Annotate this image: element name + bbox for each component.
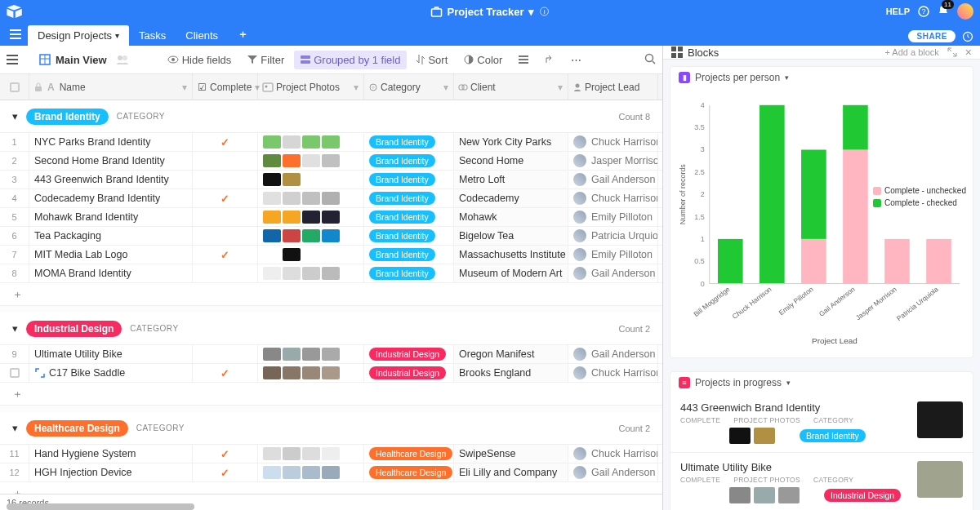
cell-complete[interactable]: ✓	[193, 133, 258, 151]
table-row[interactable]: 11 Hand Hygiene System ✓ Healthcare Desi…	[0, 445, 662, 463]
cell-client[interactable]: Metro Loft	[454, 171, 568, 188]
cell-lead[interactable]: Emily Pilloton	[568, 246, 658, 264]
collapse-icon[interactable]: ▾	[12, 110, 18, 122]
photo-thumb[interactable]	[263, 154, 281, 167]
column-client[interactable]: Client▾	[454, 74, 568, 100]
collapse-icon[interactable]: ▾	[12, 422, 18, 434]
cell-lead[interactable]: Gail Anderson	[568, 463, 658, 481]
row-number[interactable]	[0, 364, 29, 382]
photo-thumb[interactable]	[302, 348, 320, 361]
tab-tasks[interactable]: Tasks	[129, 25, 176, 46]
view-name[interactable]: Main View	[39, 54, 107, 66]
row-number[interactable]: 8	[0, 264, 29, 282]
cell-name[interactable]: Codecademy Brand Identity	[29, 189, 193, 207]
row-checkbox[interactable]	[10, 368, 20, 378]
notifications-button[interactable]: 11	[938, 5, 949, 18]
chart-block-title[interactable]: Projects per person	[695, 72, 780, 83]
row-number[interactable]: 11	[0, 445, 29, 463]
collaborators-icon[interactable]	[115, 54, 130, 65]
cell-photos[interactable]	[258, 133, 364, 151]
add-row-button[interactable]: ＋	[0, 482, 662, 494]
cell-client[interactable]: Oregon Manifest	[454, 345, 568, 363]
cell-photos[interactable]	[258, 208, 364, 226]
select-all-checkbox[interactable]	[10, 82, 20, 92]
group-button[interactable]: Grouped by 1 field	[294, 51, 407, 69]
cell-complete[interactable]	[193, 264, 258, 282]
cell-category[interactable]: Brand Identity	[364, 264, 454, 282]
cell-lead[interactable]: Jasper Morrison	[568, 152, 658, 170]
cell-complete[interactable]: ✓	[193, 364, 258, 382]
photo-thumb[interactable]	[263, 348, 281, 361]
cell-complete[interactable]	[193, 227, 258, 245]
cell-photos[interactable]	[258, 152, 364, 170]
row-number[interactable]: 9	[0, 345, 29, 363]
row-number[interactable]: 4	[0, 189, 29, 207]
photo-thumb[interactable]	[283, 447, 301, 460]
add-row-button[interactable]: ＋	[0, 283, 662, 306]
photo-thumb[interactable]	[263, 211, 281, 224]
photo-thumb[interactable]	[263, 366, 281, 379]
cell-lead[interactable]: Gail Anderson	[568, 345, 658, 363]
cell-client[interactable]: New York City Parks	[454, 133, 568, 151]
photo-thumb[interactable]	[263, 173, 281, 186]
table-row[interactable]: 3 443 Greenwich Brand Identity Brand Ide…	[0, 171, 662, 189]
table-row[interactable]: 5 Mohawk Brand Identity Brand Identity M…	[0, 208, 662, 227]
row-height-button[interactable]	[512, 51, 535, 68]
photo-thumb[interactable]	[283, 248, 301, 261]
photo-thumb[interactable]	[302, 192, 320, 205]
cell-complete[interactable]	[193, 152, 258, 170]
photo-thumb[interactable]	[302, 466, 320, 479]
cell-lead[interactable]: Patricia Urquiola	[568, 227, 658, 245]
cell-name[interactable]: Hand Hygiene System	[29, 445, 193, 463]
photo-thumb[interactable]	[283, 229, 301, 242]
progress-block-title[interactable]: Projects in progress	[695, 377, 782, 388]
photo-thumb[interactable]	[322, 348, 340, 361]
row-number[interactable]: 2	[0, 152, 29, 170]
cell-lead[interactable]: Emily Pilloton	[568, 208, 658, 226]
help-link[interactable]: HELP	[886, 7, 910, 16]
cell-name[interactable]: C17 Bike Saddle	[29, 364, 193, 382]
cell-category[interactable]: Industrial Design	[364, 345, 454, 363]
color-button[interactable]: Color	[457, 51, 509, 69]
column-lead[interactable]: Project Lead	[568, 74, 658, 100]
photo-thumb[interactable]	[322, 192, 340, 205]
share-button[interactable]: SHARE	[908, 30, 956, 42]
cell-photos[interactable]	[258, 189, 364, 207]
cell-client[interactable]: Brooks England	[454, 364, 568, 382]
photo-thumb[interactable]	[263, 229, 281, 242]
cell-photos[interactable]	[258, 227, 364, 245]
cell-category[interactable]: Industrial Design	[364, 364, 454, 382]
rows-container[interactable]: ▾Brand IdentityCATEGORYCount 8 1 NYC Par…	[0, 100, 662, 494]
table-row[interactable]: 6 Tea Packaging Brand Identity Bigelow T…	[0, 227, 662, 246]
table-row[interactable]: 2 Second Home Brand Identity Brand Ident…	[0, 152, 662, 171]
cell-client[interactable]: Bigelow Tea	[454, 227, 568, 245]
photo-thumb[interactable]	[322, 135, 340, 149]
user-avatar[interactable]	[957, 3, 973, 20]
cell-category[interactable]: Brand Identity	[364, 133, 454, 151]
cell-complete[interactable]: ✓	[193, 246, 258, 264]
cell-lead[interactable]: Gail Anderson	[568, 264, 658, 282]
column-name[interactable]: A Name▾	[29, 74, 193, 100]
cell-name[interactable]: Second Home Brand Identity	[29, 152, 193, 170]
row-number[interactable]: 7	[0, 246, 29, 264]
cell-name[interactable]: Mohawk Brand Identity	[29, 208, 193, 226]
expand-record-icon[interactable]	[34, 367, 46, 379]
info-icon[interactable]: i	[539, 7, 549, 16]
cell-name[interactable]: NYC Parks Brand Identity	[29, 133, 193, 151]
group-header[interactable]: ▾Brand IdentityCATEGORYCount 8	[0, 100, 662, 133]
photo-thumb[interactable]	[322, 229, 340, 242]
photo-thumb[interactable]	[322, 154, 340, 167]
cell-lead[interactable]: Chuck Harrison	[568, 189, 658, 207]
cell-name[interactable]: Ultimate Utility Bike	[29, 345, 193, 363]
cell-photos[interactable]	[258, 364, 364, 382]
search-icon[interactable]	[644, 53, 656, 64]
photo-thumb[interactable]	[302, 135, 320, 149]
cell-lead[interactable]: Chuck Harrison	[568, 364, 658, 382]
table-row[interactable]: 4 Codecademy Brand Identity ✓ Brand Iden…	[0, 189, 662, 208]
cell-category[interactable]: Brand Identity	[364, 171, 454, 188]
group-header[interactable]: ▾Healthcare DesignCATEGORYCount 2	[0, 412, 662, 445]
views-list-icon[interactable]	[7, 55, 18, 64]
photo-thumb[interactable]	[283, 135, 301, 149]
column-complete[interactable]: ☑Complete▾	[193, 74, 258, 100]
add-block-button[interactable]: + Add a block	[884, 47, 938, 57]
